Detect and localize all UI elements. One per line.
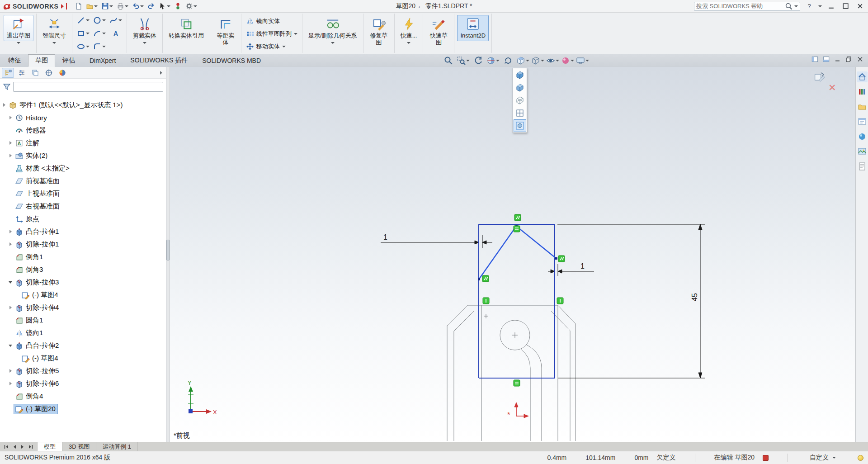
last-tab-icon[interactable] (28, 444, 33, 450)
expand-arrow-icon[interactable] (7, 152, 14, 159)
tree-item[interactable]: (-) 草图4 (0, 352, 165, 365)
search-caret-icon[interactable] (794, 5, 798, 7)
tree-item[interactable]: 切除-拉伸5 (0, 365, 165, 377)
repair-sketch-button[interactable]: 修复草图 (366, 15, 392, 48)
trim-entities-button[interactable]: 剪裁实体 (130, 15, 160, 41)
tree-item[interactable]: 倒角3 (0, 263, 165, 276)
caret-icon[interactable] (102, 46, 106, 47)
custom-properties-button[interactable] (857, 161, 868, 172)
next-tab-icon[interactable] (20, 444, 25, 450)
expand-arrow-icon[interactable] (1, 102, 7, 108)
move-entities-button[interactable]: 移动实体 (244, 41, 288, 52)
convert-entities-button[interactable]: 转换实体引用 (165, 15, 207, 41)
new-file-icon-button[interactable] (73, 1, 84, 11)
tree-item[interactable]: 倒角1 (0, 251, 165, 263)
doc-tab-模型[interactable]: 模型 (38, 442, 62, 451)
sketch-spline-tool[interactable] (108, 16, 124, 24)
search-magnifier-icon[interactable] (785, 2, 793, 10)
view-selector-button[interactable] (514, 119, 526, 132)
scenes-button[interactable] (857, 146, 868, 157)
doc-tab-3D 视图[interactable]: 3D 视图 (62, 442, 96, 451)
resources-home-button[interactable] (857, 71, 868, 82)
dropdown-caret-icon[interactable] (526, 60, 529, 62)
tree-item[interactable]: (-) 草图4 (0, 289, 165, 301)
dropdown-caret-icon[interactable] (109, 5, 113, 7)
dropdown-caret-icon[interactable] (167, 5, 170, 7)
dropdown-caret-icon[interactable] (496, 60, 500, 62)
expand-arrow-icon[interactable] (7, 114, 14, 121)
dim-height-value[interactable]: 45 (691, 293, 698, 301)
hide-show-items-button[interactable] (545, 55, 560, 66)
file-explorer-button[interactable] (857, 101, 868, 112)
tab-草图[interactable]: 草图 (28, 54, 55, 67)
tab-评估[interactable]: 评估 (55, 54, 82, 67)
view-palette-button[interactable] (857, 116, 868, 127)
mirror-entities-button[interactable]: 镜向实体 (244, 15, 282, 27)
caret-icon[interactable] (118, 19, 122, 21)
sketch-line-tool[interactable] (75, 16, 91, 24)
model-edges[interactable] (447, 305, 576, 441)
tree-item[interactable]: (-) 草图20 (0, 402, 165, 415)
confirm-sketch-icon[interactable] (814, 71, 826, 84)
constraint-badge-vertical[interactable] (483, 298, 489, 304)
dm-tab-button[interactable] (56, 68, 68, 78)
sketch-constraints[interactable] (482, 214, 565, 386)
dimension-height[interactable]: 45 (557, 224, 705, 378)
sketch-arc-tool[interactable] (91, 29, 108, 38)
performance-indicator-icon[interactable] (858, 455, 863, 461)
expand-arrow-icon[interactable] (7, 380, 14, 387)
tab-SOLIDWORKS MBD[interactable]: SOLIDWORKS MBD (195, 54, 268, 67)
sketch-text-tool[interactable]: A (108, 29, 124, 38)
filter-funnel-icon[interactable] (3, 83, 11, 91)
appearances-button[interactable] (857, 131, 868, 142)
sketch-rectangle-tool[interactable] (75, 29, 91, 38)
tree-item[interactable]: 凸台-拉伸2 (0, 339, 165, 352)
tree-item[interactable]: 切除-拉伸3 (0, 276, 165, 289)
tree-item[interactable]: 上视基准面 (0, 187, 165, 200)
tree-item[interactable]: 切除-拉伸6 (0, 377, 165, 390)
undo-icon-button[interactable] (131, 1, 145, 11)
tree-item[interactable]: 右视基准面 (0, 200, 165, 213)
zoom-area-button[interactable] (456, 55, 471, 66)
dimension-left-gap[interactable]: 1 (381, 233, 492, 248)
quick-snaps-button[interactable]: 快速... (397, 15, 420, 41)
select-cursor-icon-button[interactable] (157, 1, 172, 11)
dropdown-caret-icon[interactable] (193, 5, 197, 7)
linear-pattern-caret-icon[interactable] (294, 33, 297, 35)
view-settings-button[interactable] (575, 55, 590, 66)
dropdown-caret-icon[interactable] (125, 5, 128, 7)
expand-arrow-icon[interactable] (7, 304, 14, 311)
dropdown-caret-icon[interactable] (585, 60, 589, 62)
close-window-button[interactable] (854, 2, 865, 11)
save-icon-button[interactable] (100, 1, 114, 11)
doc-tab-运动算例 1[interactable]: 运动算例 1 (96, 442, 138, 451)
logo-flyout-arrow-icon[interactable] (61, 4, 64, 9)
tree-item[interactable]: 切除-拉伸1 (0, 238, 165, 251)
pm-tab-button[interactable] (15, 68, 28, 78)
maximize-window-button[interactable] (840, 2, 851, 11)
minimize-window-button[interactable] (826, 2, 836, 11)
constraint-badge[interactable] (482, 275, 489, 282)
dim-left-value[interactable]: 1 (383, 233, 387, 241)
sketch-diagonal-left[interactable] (479, 226, 516, 279)
search-input[interactable] (696, 3, 783, 9)
tree-item[interactable]: 前视基准面 (0, 175, 165, 187)
constraint-badge-vertical[interactable] (557, 298, 563, 304)
fm-tab-button[interactable] (2, 68, 14, 78)
graphics-viewport[interactable]: 1 1 45 (170, 67, 855, 442)
pane-bottom-icon[interactable] (822, 56, 830, 63)
close-icon[interactable] (856, 56, 864, 63)
tree-filter-input[interactable] (13, 82, 163, 92)
instant2d-button[interactable]: Instant2D (457, 15, 489, 41)
previous-view-button[interactable] (471, 55, 486, 66)
options-gear-icon-button[interactable] (184, 1, 198, 11)
design-library-button[interactable] (857, 86, 868, 97)
tree-item[interactable]: History (0, 111, 165, 124)
splitter-grip[interactable] (166, 240, 170, 260)
exit-sketch-button[interactable]: 退出草图 (4, 15, 33, 41)
constraint-badge-equal[interactable] (514, 226, 520, 232)
sketch-circle-tool[interactable] (91, 16, 108, 24)
collapse-arrow-icon[interactable] (7, 279, 14, 285)
tree-item[interactable]: 原点 (0, 213, 165, 225)
dropdown-caret-icon[interactable] (571, 60, 574, 62)
